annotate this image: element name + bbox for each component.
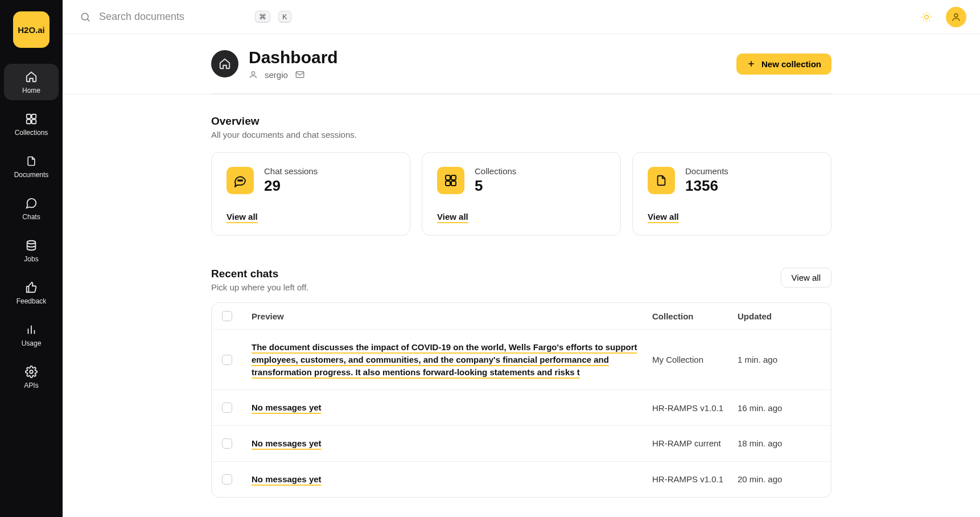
view-all-link[interactable]: View all	[648, 212, 679, 221]
row-collection: HR-RAMPS v1.0.1	[652, 403, 738, 413]
grid-icon	[25, 113, 38, 125]
sidebar-item-collections[interactable]: Collections	[4, 106, 59, 142]
mail-icon[interactable]	[295, 69, 305, 80]
svg-rect-2	[27, 120, 31, 124]
main-column: ⌘ K Dashboard sergio	[63, 0, 980, 517]
row-updated: 16 min. ago	[738, 403, 823, 413]
topbar-right	[916, 7, 966, 27]
row-collection: My Collection	[652, 355, 738, 364]
thumb-up-icon	[25, 281, 38, 294]
page-title-block: Dashboard sergio	[249, 48, 726, 80]
shortcut-key: K	[278, 11, 291, 23]
row-updated: 1 min. ago	[738, 355, 823, 364]
sidebar-item-jobs[interactable]: Jobs	[4, 232, 59, 269]
row-collection: HR-RAMP current	[652, 438, 738, 448]
svg-rect-1	[32, 114, 36, 118]
sidebar-item-label: Home	[22, 87, 40, 95]
stat-label: Documents	[685, 166, 728, 176]
avatar[interactable]	[946, 7, 966, 27]
card-chat-sessions: Chat sessions 29 View all	[211, 152, 410, 236]
svg-rect-0	[27, 114, 31, 118]
document-icon	[648, 167, 675, 194]
gear-icon	[25, 366, 38, 378]
chat-preview-link[interactable]: No messages yet	[252, 401, 652, 414]
sidebar-item-feedback[interactable]: Feedback	[4, 274, 59, 311]
recent-head: Recent chats Pick up where you left off.…	[211, 268, 831, 292]
svg-line-18	[923, 19, 924, 20]
row-checkbox[interactable]	[222, 403, 232, 413]
sidebar-item-usage[interactable]: Usage	[4, 317, 59, 353]
stat-label: Collections	[475, 166, 516, 176]
chat-preview-link[interactable]: No messages yet	[252, 473, 652, 486]
svg-line-19	[929, 14, 930, 14]
card-collections: Collections 5 View all	[422, 152, 621, 236]
svg-point-9	[81, 13, 88, 20]
search-input[interactable]	[99, 11, 247, 23]
view-all-link[interactable]: View all	[437, 212, 468, 221]
document-icon	[25, 155, 38, 167]
col-updated: Updated	[738, 311, 823, 321]
card-documents: Documents 1356 View all	[632, 152, 831, 236]
home-icon	[25, 71, 38, 83]
overview-cards: Chat sessions 29 View all Collections 5	[211, 152, 831, 236]
user-icon	[249, 70, 258, 79]
page-title: Dashboard	[249, 48, 726, 67]
sidebar-item-label: Collections	[15, 129, 48, 137]
view-all-link[interactable]: View all	[227, 212, 258, 221]
sidebar-item-label: Usage	[22, 339, 42, 347]
svg-rect-28	[446, 175, 450, 180]
row-updated: 20 min. ago	[738, 474, 823, 484]
new-collection-button[interactable]: New collection	[736, 54, 831, 75]
table-row: No messages yet HR-RAMP current 18 min. …	[212, 426, 831, 462]
sidebar-item-label: Feedback	[17, 297, 47, 305]
stat-value: 5	[475, 177, 516, 195]
svg-point-26	[240, 180, 241, 181]
svg-line-14	[923, 14, 924, 14]
topbar: ⌘ K	[63, 0, 980, 34]
sidebar-item-apis[interactable]: APIs	[4, 359, 59, 395]
svg-rect-31	[451, 181, 456, 186]
grid-icon	[437, 167, 464, 194]
shortcut-modifier: ⌘	[255, 11, 270, 23]
svg-line-10	[88, 19, 90, 21]
plus-icon	[747, 59, 756, 68]
sidebar-item-home[interactable]: Home	[4, 64, 59, 100]
overview-head: Overview All your documents and chat ses…	[211, 115, 831, 139]
svg-point-21	[252, 72, 254, 75]
table-header: Preview Collection Updated	[212, 303, 831, 330]
chat-icon	[25, 197, 38, 210]
page-header: Dashboard sergio New collection	[211, 34, 831, 94]
username: sergio	[265, 70, 288, 80]
svg-point-27	[241, 180, 242, 181]
table-row: The document discusses the impact of COV…	[212, 330, 831, 390]
row-updated: 18 min. ago	[738, 438, 823, 448]
overview-subtitle: All your documents and chat sessions.	[211, 130, 831, 139]
col-preview: Preview	[252, 311, 652, 321]
stat-value: 1356	[685, 177, 728, 195]
view-all-button[interactable]: View all	[781, 268, 831, 288]
select-all-checkbox[interactable]	[222, 311, 232, 321]
sidebar-item-documents[interactable]: Documents	[4, 148, 59, 184]
svg-point-25	[238, 180, 239, 181]
chat-preview-link[interactable]: The document discusses the impact of COV…	[252, 341, 652, 378]
sidebar-item-label: Chats	[22, 213, 40, 221]
svg-point-4	[27, 241, 36, 244]
search-icon	[80, 11, 91, 23]
brand-logo[interactable]: H2O.ai	[13, 11, 50, 48]
row-checkbox[interactable]	[222, 474, 232, 485]
sidebar-item-label: APIs	[24, 381, 38, 389]
recent-subtitle: Pick up where you left off.	[211, 282, 308, 292]
row-checkbox[interactable]	[222, 438, 232, 449]
bar-chart-icon	[25, 323, 38, 336]
search: ⌘ K	[80, 11, 909, 23]
sidebar-item-label: Jobs	[24, 255, 38, 263]
svg-rect-29	[451, 175, 456, 180]
stat-value: 29	[264, 177, 318, 195]
theme-toggle[interactable]	[916, 7, 937, 27]
sidebar-nav: Home Collections Documents Chats Jobs	[0, 64, 63, 395]
row-checkbox[interactable]	[222, 355, 232, 365]
sidebar-item-chats[interactable]: Chats	[4, 190, 59, 227]
chat-preview-link[interactable]: No messages yet	[252, 437, 652, 450]
recent-chats-table: Preview Collection Updated The document …	[211, 302, 831, 498]
svg-rect-3	[32, 120, 36, 124]
